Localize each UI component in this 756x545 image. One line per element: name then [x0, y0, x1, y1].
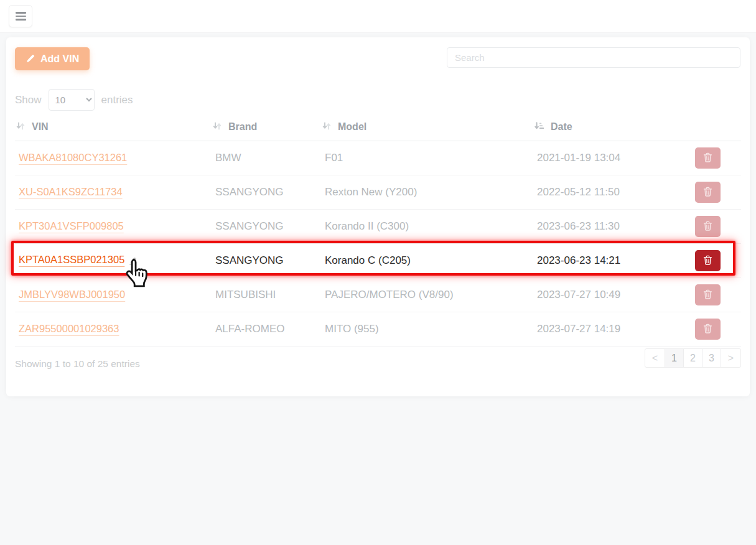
date-cell: 2023-07-27 10:49	[533, 278, 670, 312]
table-header-row: VIN Brand	[15, 115, 741, 141]
model-cell: PAJERO/MOTERO (V8/90)	[321, 278, 533, 312]
add-vin-label: Add VIN	[40, 54, 79, 65]
brand-cell: BMW	[212, 141, 321, 175]
pagination-next-button[interactable]: >	[721, 348, 741, 368]
sort-both-icon	[213, 121, 222, 133]
model-cell: Rexton New (Y200)	[321, 175, 533, 210]
pagination-page-3[interactable]: 3	[702, 348, 721, 368]
pencil-icon	[26, 54, 35, 63]
trash-icon	[703, 289, 712, 301]
delete-button[interactable]	[695, 182, 721, 203]
search-input[interactable]	[447, 47, 740, 68]
add-vin-button[interactable]: Add VIN	[15, 47, 90, 70]
date-cell: 2023-07-27 14:19	[533, 312, 670, 347]
trash-icon	[703, 324, 712, 335]
vin-link[interactable]: JMBLYV98WBJ001950	[19, 289, 125, 300]
column-header-model[interactable]: Model	[321, 115, 533, 141]
vin-list-card: Add VIN Show 10 entries	[6, 37, 750, 396]
brand-cell: ALFA-ROMEO	[212, 312, 321, 347]
brand-cell: SSANGYONG	[212, 210, 321, 244]
vin-link[interactable]: WBAKA81080CY31261	[19, 152, 127, 163]
delete-button[interactable]	[695, 319, 721, 340]
vin-link[interactable]: ZAR95500001029363	[19, 323, 119, 334]
column-label-brand: Brand	[228, 121, 257, 133]
delete-button[interactable]	[695, 284, 721, 305]
delete-button[interactable]	[695, 216, 721, 237]
model-cell: Korando C (C205)	[321, 244, 533, 278]
column-label-date: Date	[551, 121, 572, 133]
pagination-page-2[interactable]: 2	[683, 348, 702, 368]
sort-descending-icon	[534, 121, 544, 133]
vin-table-body: WBAKA81080CY31261BMWF012021-01-19 13:04X…	[15, 141, 741, 347]
show-label: Show	[15, 94, 42, 106]
column-header-actions	[670, 115, 741, 141]
table-row: KPT30A1VSFP009805SSANGYONGKorando II (C3…	[15, 210, 741, 244]
column-header-brand[interactable]: Brand	[212, 115, 321, 141]
hamburger-icon	[16, 12, 26, 14]
brand-cell: SSANGYONG	[212, 175, 321, 210]
table-row: XU-S0A1KS9ZC11734SSANGYONGRexton New (Y2…	[15, 175, 741, 210]
brand-cell: MITSUBISHI	[212, 278, 321, 312]
vin-link[interactable]: KPT30A1VSFP009805	[19, 220, 124, 231]
hamburger-menu-button[interactable]	[9, 5, 32, 27]
vin-link[interactable]: KPTA0A1SSBP021305	[19, 254, 124, 265]
date-cell: 2023-06-23 11:30	[533, 210, 670, 244]
vin-table: VIN Brand	[15, 115, 741, 347]
column-header-vin[interactable]: VIN	[15, 115, 212, 141]
sort-both-icon	[322, 121, 331, 133]
column-header-date[interactable]: Date	[533, 115, 670, 141]
delete-button[interactable]	[695, 250, 721, 271]
vin-link[interactable]: XU-S0A1KS9ZC11734	[19, 186, 123, 197]
date-cell: 2021-01-19 13:04	[533, 141, 670, 175]
table-row: KPTA0A1SSBP021305SSANGYONGKorando C (C20…	[15, 244, 741, 278]
pagination-prev-button[interactable]: <	[645, 348, 665, 368]
column-label-vin: VIN	[32, 121, 49, 133]
model-cell: MITO (955)	[321, 312, 533, 347]
table-info-summary: Showing 1 to 10 of 25 entries	[15, 358, 140, 370]
entries-label: entries	[101, 94, 133, 106]
entries-select[interactable]: 10	[49, 89, 95, 111]
table-row: WBAKA81080CY31261BMWF012021-01-19 13:04	[15, 141, 741, 175]
date-cell: 2022-05-12 11:50	[533, 175, 670, 210]
edit-pencil-icon	[128, 256, 138, 268]
table-row: ZAR95500001029363ALFA-ROMEOMITO (955)202…	[15, 312, 741, 347]
delete-button[interactable]	[695, 147, 721, 169]
table-row: JMBLYV98WBJ001950MITSUBISHIPAJERO/MOTERO…	[15, 278, 741, 312]
trash-icon	[703, 152, 712, 164]
sort-both-icon	[16, 121, 25, 133]
trash-icon	[703, 187, 712, 198]
page-length-control: Show 10 entries	[15, 89, 133, 111]
date-cell: 2023-06-23 14:21	[533, 244, 670, 278]
column-label-model: Model	[338, 121, 366, 133]
pagination: < 1 2 3 >	[645, 348, 741, 368]
model-cell: F01	[321, 141, 533, 175]
top-navbar	[0, 0, 756, 33]
pagination-page-1[interactable]: 1	[665, 348, 684, 368]
brand-cell: SSANGYONG	[212, 244, 321, 278]
model-cell: Korando II (C300)	[321, 210, 533, 244]
trash-icon	[703, 221, 712, 233]
trash-icon	[703, 255, 712, 267]
